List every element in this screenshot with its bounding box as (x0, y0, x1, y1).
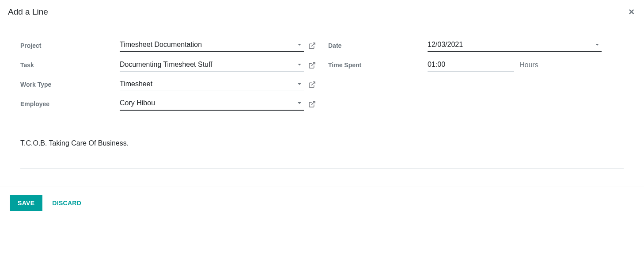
label-employee: Employee (20, 100, 120, 107)
row-date: Date 12/03/2021 (328, 36, 624, 55)
modal-title: Add a Line (8, 7, 48, 17)
label-project: Project (20, 42, 120, 49)
external-link-icon[interactable] (308, 42, 316, 50)
save-button[interactable]: Save (10, 195, 42, 211)
chevron-down-icon (298, 44, 301, 46)
field-wrap-date: 12/03/2021 (428, 39, 624, 52)
svg-line-0 (311, 43, 315, 46)
field-wrap-task: Documenting Timesheet Stuff (120, 59, 316, 72)
row-time-spent: Time Spent Hours (328, 55, 624, 75)
label-work-type: Work Type (20, 81, 120, 88)
modal-body: Project Timesheet Documentation (0, 25, 644, 187)
task-value: Documenting Timesheet Stuff (120, 61, 298, 69)
employee-select[interactable]: Cory Hibou (120, 97, 304, 111)
form-col-left: Project Timesheet Documentation (20, 36, 316, 114)
discard-button[interactable]: Discard (44, 195, 89, 211)
field-wrap-time-spent: Hours (428, 59, 624, 72)
label-task: Task (20, 61, 120, 69)
description-input[interactable]: T.C.O.B. Taking Care Of Business. (20, 137, 624, 169)
work-type-select[interactable]: Timesheet (120, 78, 304, 91)
field-wrap-work-type: Timesheet (120, 78, 316, 91)
external-link-icon[interactable] (308, 61, 316, 69)
external-link-icon[interactable] (308, 81, 316, 88)
form-col-right: Date 12/03/2021 Time Spent Hours (328, 36, 624, 114)
date-input[interactable]: 12/03/2021 (428, 39, 602, 52)
modal-footer: Save Discard (0, 187, 644, 219)
row-task: Task Documenting Timesheet Stuff (20, 55, 316, 75)
employee-value: Cory Hibou (120, 99, 298, 107)
field-wrap-project: Timesheet Documentation (120, 39, 316, 52)
modal-header: Add a Line × (0, 0, 644, 25)
hours-unit-label: Hours (519, 61, 538, 69)
svg-line-3 (311, 101, 315, 105)
project-value: Timesheet Documentation (120, 41, 298, 49)
svg-line-2 (311, 82, 315, 85)
chevron-down-icon (595, 44, 599, 46)
field-wrap-employee: Cory Hibou (120, 97, 316, 111)
work-type-value: Timesheet (120, 80, 298, 88)
chevron-down-icon (298, 83, 301, 85)
external-link-icon[interactable] (308, 100, 316, 108)
date-value: 12/03/2021 (428, 41, 595, 49)
row-employee: Employee Cory Hibou (20, 94, 316, 114)
close-icon[interactable]: × (627, 7, 636, 17)
svg-line-1 (311, 62, 315, 66)
project-select[interactable]: Timesheet Documentation (120, 39, 304, 52)
label-time-spent: Time Spent (328, 61, 428, 69)
chevron-down-icon (298, 102, 301, 104)
row-work-type: Work Type Timesheet (20, 75, 316, 94)
time-spent-input[interactable] (428, 59, 514, 72)
chevron-down-icon (298, 64, 301, 65)
row-project: Project Timesheet Documentation (20, 36, 316, 55)
label-date: Date (328, 42, 428, 49)
task-select[interactable]: Documenting Timesheet Stuff (120, 59, 304, 72)
description-block: T.C.O.B. Taking Care Of Business. (20, 137, 624, 169)
form-columns: Project Timesheet Documentation (20, 36, 624, 114)
